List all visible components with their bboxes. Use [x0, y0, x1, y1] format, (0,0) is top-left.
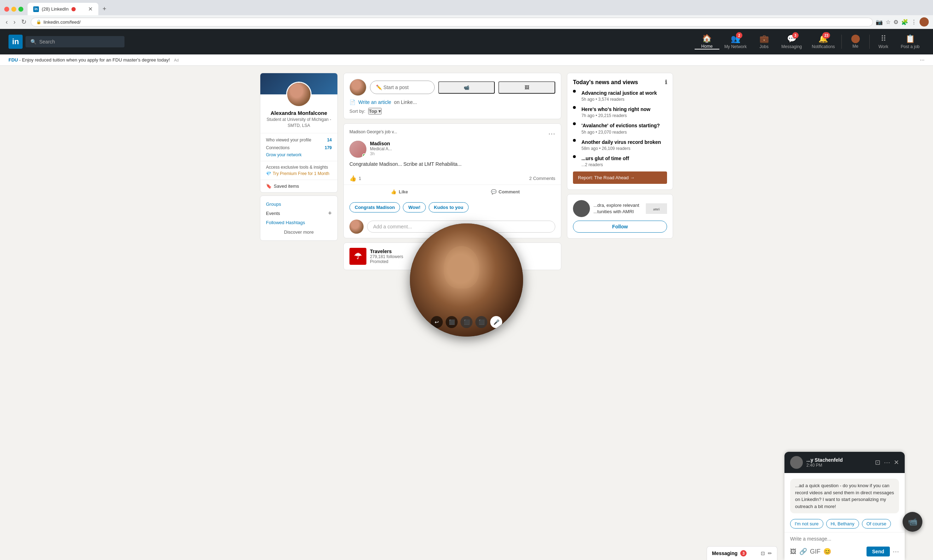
video-circle[interactable]: ↩ ⬛ ⬛ ⬛ 🎤: [410, 223, 523, 282]
nav-work[interactable]: ⠿ Work: [871, 34, 896, 49]
online-status-dot: [362, 154, 366, 158]
traffic-light-fullscreen[interactable]: [18, 7, 23, 12]
post-context: Madison George's job v...: [349, 129, 545, 134]
reactions-count: 1: [359, 176, 361, 181]
news-item-5[interactable]: ...urs glut of time off ...2 readers: [573, 155, 667, 167]
news-item-2[interactable]: Here's who's hiring right now 7h ago • 2…: [573, 106, 667, 118]
extensions-puzzle-btn[interactable]: 🧩: [901, 19, 908, 25]
my-network-icon: 👥 2: [731, 34, 740, 43]
linkedin-logo[interactable]: in: [8, 35, 23, 49]
news-title: Today's news and views ℹ: [573, 79, 667, 86]
news-meta-3: 5h ago • 23,070 readers: [582, 130, 660, 135]
followed-hashtags-link[interactable]: Followed Hashtags: [266, 218, 332, 227]
like-btn[interactable]: 👍 Like: [346, 186, 453, 197]
amri-avatar: [573, 200, 590, 217]
connections-count[interactable]: 179: [325, 145, 332, 150]
reload-btn[interactable]: ↻: [20, 17, 28, 26]
saved-items-link[interactable]: 🔖 Saved items: [266, 183, 332, 189]
premium-gem-icon: 💎: [266, 171, 271, 176]
news-item-3[interactable]: 'Avalanche' of evictions starting? 5h ag…: [573, 122, 667, 134]
write-article-text[interactable]: Write an article: [358, 99, 391, 105]
profile-avatar[interactable]: [286, 82, 312, 107]
sort-top-btn[interactable]: Top ▾: [368, 108, 382, 115]
saved-section: 🔖 Saved items: [260, 180, 337, 192]
nav-home[interactable]: 🏠 Home: [694, 34, 719, 49]
browser-tab[interactable]: in (28) LinkedIn ✕: [28, 3, 99, 15]
traffic-light-close[interactable]: [4, 7, 9, 12]
grow-network-link[interactable]: Grow your network: [266, 152, 332, 158]
post-menu-btn[interactable]: ⋯: [548, 129, 555, 138]
news-cta-btn[interactable]: Report: The Road Ahead →: [573, 171, 667, 184]
extension-btn[interactable]: ⚙: [893, 19, 898, 25]
amri-logo: [646, 203, 667, 214]
premium-cta-link[interactable]: 💎 Try Premium Free for 1 Month: [266, 171, 332, 176]
start-post-btn[interactable]: ✏️ Start a post: [370, 81, 435, 94]
post-user-avatar[interactable]: [349, 141, 366, 158]
post-user-row: Madison Medical A... 3h: [344, 141, 561, 160]
ad-banner: FDU - Enjoy reduced tuition when you app…: [0, 54, 933, 66]
viewers-count[interactable]: 14: [327, 137, 332, 143]
chrome-user-avatar[interactable]: [919, 17, 929, 26]
home-icon: 🏠: [702, 34, 711, 43]
video-post-btn[interactable]: 📹: [438, 81, 495, 94]
post-user-name[interactable]: Madison: [370, 141, 555, 146]
nav-messaging[interactable]: 💬 3 Messaging: [776, 34, 807, 49]
nav-notifications[interactable]: 🔔 23 Notifications: [807, 34, 840, 49]
address-bar[interactable]: 🔒 linkedin.com/feed/: [31, 18, 873, 26]
profile-name[interactable]: Alexandra Monfalcone: [266, 110, 332, 116]
search-input[interactable]: [39, 39, 117, 45]
connections-row: Connections 179: [266, 144, 332, 152]
new-tab-btn[interactable]: +: [100, 4, 109, 14]
nav-post-job[interactable]: 📋 Post a job: [896, 34, 925, 49]
kudos-btn[interactable]: Kudos to you: [429, 202, 469, 212]
groups-link[interactable]: Groups: [266, 200, 332, 208]
events-add-icon[interactable]: +: [328, 210, 332, 217]
search-box[interactable]: 🔍: [25, 36, 125, 48]
traffic-light-minimize[interactable]: [11, 7, 16, 12]
bookmark-btn[interactable]: ☆: [885, 19, 891, 25]
nav-me[interactable]: Me: [843, 35, 868, 49]
travelers-name[interactable]: Travelers: [370, 249, 403, 254]
post-create-top: ✏️ Start a post 📹 🖼: [349, 79, 555, 96]
follow-amri-btn[interactable]: Follow: [573, 221, 667, 232]
discover-more-text: Discover more: [284, 229, 314, 235]
congrats-btn[interactable]: Congrats Madison: [349, 202, 400, 212]
nav-messaging-label: Messaging: [781, 44, 802, 49]
camera-btn[interactable]: 📷: [876, 19, 883, 25]
like-icon: 👍: [391, 189, 396, 194]
info-icon[interactable]: ℹ: [665, 79, 667, 86]
comments-label[interactable]: 2 Comments: [529, 176, 555, 181]
notifications-badge: 23: [822, 32, 830, 38]
news-item-4[interactable]: Another daily virus record broken 58m ag…: [573, 139, 667, 151]
nav-work-label: Work: [879, 44, 888, 49]
write-article-link[interactable]: 📄 Write an article on Linke...: [349, 96, 555, 105]
back-btn[interactable]: ‹: [4, 18, 9, 26]
profile-viewers-row: Who viewed your profile 14: [266, 136, 332, 144]
me-icon: [851, 35, 860, 43]
nav-my-network[interactable]: 👥 2 My Network: [719, 34, 751, 49]
wow-btn[interactable]: Wow!: [403, 202, 425, 212]
premium-text: Access exclusive tools & insights: [266, 165, 332, 170]
events-row[interactable]: Events +: [266, 208, 332, 218]
news-item-1[interactable]: Advancing racial justice at work 5h ago …: [573, 90, 667, 102]
post-create-avatar: [349, 79, 366, 96]
news-headline-4: Another daily virus record broken: [582, 139, 661, 145]
header-nav: 🏠 Home 👥 2 My Network 💼 Jobs 💬 3 Messagi…: [694, 34, 925, 49]
post-job-icon: 📋: [905, 34, 915, 43]
tab-close-btn[interactable]: ✕: [88, 6, 93, 12]
discover-more-link[interactable]: Discover more: [266, 227, 332, 236]
post-create-card: ✏️ Start a post 📹 🖼 📄 Write an article o…: [343, 73, 561, 119]
video-call-overlay: ↩ ⬛ ⬛ ⬛ 🎤: [410, 223, 523, 282]
start-post-label: Start a post: [383, 85, 409, 90]
photo-post-btn[interactable]: 🖼: [498, 81, 555, 94]
news-cta-text: Report: The Road Ahead →: [578, 175, 634, 180]
forward-btn[interactable]: ›: [12, 18, 17, 26]
nav-me-label: Me: [852, 44, 858, 49]
more-btn[interactable]: ⋮: [911, 19, 917, 25]
nav-jobs[interactable]: 💼 Jobs: [751, 34, 776, 49]
ad-menu-icon[interactable]: ⋯: [920, 57, 925, 63]
linkedin-header: in 🔍 🏠 Home 👥 2 My Network 💼 Jobs 💬 3 Me…: [0, 29, 933, 54]
comment-btn[interactable]: 💬 Comment: [453, 186, 558, 197]
premium-cta-text: Try Premium Free for 1 Month: [273, 171, 329, 176]
ad-brand[interactable]: FDU: [8, 57, 18, 63]
